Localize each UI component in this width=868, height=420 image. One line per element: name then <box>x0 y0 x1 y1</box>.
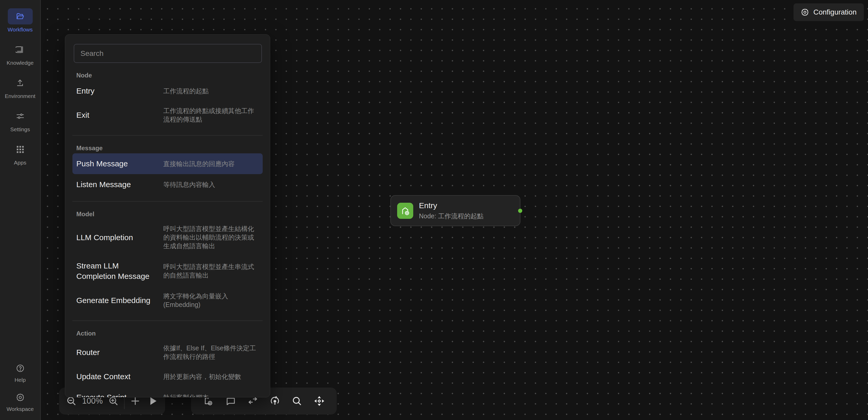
gear-icon <box>8 391 33 404</box>
section-title-node: Node <box>76 72 270 79</box>
palette-item-push-message[interactable]: Push Message 直接輸出訊息的回應內容 <box>72 153 263 174</box>
gear-icon <box>801 8 809 17</box>
palette-item-generate-embedding[interactable]: Generate Embedding 將文字轉化為向量嵌入 (Embedding… <box>72 287 263 314</box>
node-subtitle: Node: 工作流程的起點 <box>419 212 484 220</box>
auto-layout-button[interactable] <box>268 394 282 408</box>
sidebar-item-workspace[interactable]: Workspace <box>6 391 34 412</box>
section-divider <box>72 135 263 136</box>
palette-item-execute-script[interactable]: Execute Script 執行客製化腳本 <box>72 387 263 397</box>
configuration-button[interactable]: Configuration <box>794 3 864 21</box>
zoom-level[interactable]: 100% <box>82 396 102 406</box>
node-palette-panel: Node Entry 工作流程的起點 Exit 工作流程的終點或接續其他工作流程… <box>65 34 270 397</box>
pan-icon <box>314 396 325 407</box>
section-title-message: Message <box>76 144 270 152</box>
upload-icon <box>7 75 32 91</box>
sidebar-item-label: Apps <box>14 160 27 166</box>
node-output-port[interactable] <box>518 209 522 213</box>
sidebar-item-settings[interactable]: Settings <box>8 108 33 133</box>
palette-item-listen-message[interactable]: Listen Message 等待訊息內容輸入 <box>72 174 263 195</box>
apps-grid-icon <box>8 141 33 158</box>
sidebar-item-label: Settings <box>10 126 30 133</box>
sidebar-item-label: Workspace <box>6 406 34 412</box>
sidebar-item-label: Help <box>14 377 26 383</box>
sidebar-item-workflows[interactable]: Workflows <box>7 8 32 33</box>
palette-item-stream-llm-completion-message[interactable]: Stream LLM Completion Message 呼叫大型語言模型並產… <box>72 255 263 287</box>
workflow-editor-app: Workflows Knowledge Environment <box>0 0 868 420</box>
folder-open-icon <box>8 8 33 24</box>
pan-mode-button[interactable] <box>312 394 326 408</box>
help-circle-icon <box>8 362 33 375</box>
section-title-action: Action <box>76 330 270 337</box>
sidebar-item-environment[interactable]: Environment <box>5 75 36 99</box>
palette-item-update-context[interactable]: Update Context 用於更新內容，初始化變數 <box>72 366 263 387</box>
sliders-icon <box>8 108 33 124</box>
sidebar-item-label: Workflows <box>7 27 32 33</box>
search-input[interactable] <box>74 44 262 63</box>
sidebar-item-help[interactable]: Help <box>8 362 33 383</box>
palette-item-router[interactable]: Router 依據If、Else If、Else條件決定工作流程執行的路徑 <box>72 339 263 366</box>
search-canvas-button[interactable] <box>290 394 304 408</box>
section-title-model: Model <box>76 211 270 218</box>
section-divider <box>72 320 263 321</box>
search-icon <box>291 396 302 407</box>
palette-item-entry[interactable]: Entry 工作流程的起點 <box>72 81 263 101</box>
entry-node-texts: Entry Node: 工作流程的起點 <box>419 201 484 220</box>
sidebar: Workflows Knowledge Environment <box>0 0 41 420</box>
palette-item-exit[interactable]: Exit 工作流程的終點或接續其他工作流程的傳送點 <box>72 101 263 129</box>
sidebar-item-label: Knowledge <box>7 60 34 66</box>
entry-node-icon <box>397 203 413 219</box>
sidebar-bottom: Help Workspace <box>6 362 34 420</box>
sidebar-item-knowledge[interactable]: Knowledge <box>7 41 34 66</box>
book-icon <box>7 41 32 58</box>
configuration-label: Configuration <box>813 8 857 17</box>
sidebar-item-label: Environment <box>5 93 36 99</box>
palette-item-llm-completion[interactable]: LLM Completion 呼叫大型語言模型並產生結構化的資料輸出以輔助流程的… <box>72 219 263 255</box>
auto-layout-icon <box>270 396 280 407</box>
node-title: Entry <box>419 201 484 210</box>
entry-node[interactable]: Entry Node: 工作流程的起點 <box>391 195 521 226</box>
section-divider <box>72 201 263 202</box>
sidebar-item-apps[interactable]: Apps <box>8 141 33 166</box>
